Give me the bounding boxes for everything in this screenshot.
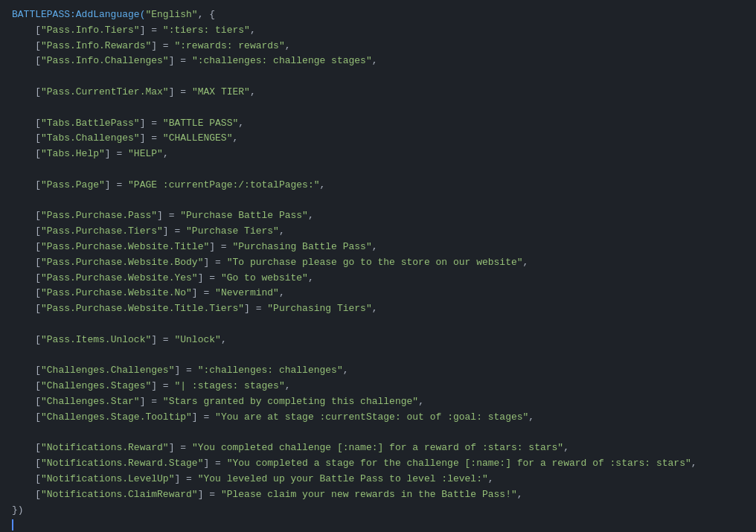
code-token: "Pass.Purchase.Pass" (41, 210, 157, 221)
code-token: "Pass.Purchase.Website.Title.Tiers" (41, 303, 244, 314)
code-token: [ (12, 241, 41, 252)
code-token: ] = (209, 241, 232, 252)
code-line: ["Challenges.Star"] = "Stars granted by … (0, 394, 756, 410)
code-token: ] = (169, 442, 192, 453)
code-line: ["Pass.CurrentTier.Max"] = "MAX TIER", (0, 85, 756, 100)
code-token: "Challenges.Challenges" (41, 365, 174, 376)
code-token: , (163, 148, 169, 159)
code-line: ["Challenges.Stages"] = "| :stages: stag… (0, 379, 756, 394)
code-token: "Notifications.Reward.Stage" (41, 458, 203, 469)
code-token: , (372, 55, 378, 66)
code-token: ":tiers: tiers" (163, 25, 250, 36)
code-token: [ (12, 86, 41, 97)
code-line: ["Notifications.Reward"] = "You complete… (0, 440, 756, 456)
code-token: [ (12, 148, 41, 159)
code-token: "Pass.Info.Rewards" (41, 40, 151, 51)
code-token: "Pass.Page" (41, 179, 105, 190)
code-token: "Challenges.Star" (41, 396, 140, 407)
code-token: "Purchase Battle Pass" (180, 210, 308, 221)
code-token: "You are at stage :currentStage: out of … (215, 411, 528, 423)
code-token: "MAX TIER" (192, 86, 250, 97)
code-token: , (488, 473, 494, 484)
code-token: "You completed a stage for the challenge… (227, 458, 691, 469)
code-token: "Tabs.Challenges" (41, 132, 140, 144)
code-token: [ (12, 334, 41, 345)
code-token: "Notifications.Reward" (41, 442, 169, 453)
code-line (0, 518, 756, 532)
code-token: "BATTLE PASS" (163, 118, 238, 129)
code-token: "Please claim your new rewards in the Ba… (221, 489, 517, 500)
code-line: ["Tabs.Challenges"] = "CHALLENGES", (0, 131, 756, 147)
code-line (0, 162, 756, 178)
code-token: [ (12, 303, 41, 314)
code-token: ] = (151, 380, 174, 391)
code-token: , (308, 272, 314, 283)
code-line: ["Pass.Purchase.Website.Title.Tiers"] = … (0, 301, 756, 317)
code-token: , (372, 241, 378, 252)
code-line: ["Pass.Items.Unlock"] = "Unlock", (0, 333, 756, 348)
code-token: ] = (105, 179, 128, 190)
code-line: ["Pass.Purchase.Website.Title"] = "Purch… (0, 240, 756, 255)
code-token: "Pass.Info.Tiers" (41, 25, 140, 36)
code-token: "You completed challenge [:name:] for a … (192, 442, 563, 453)
code-token: "To purchase please go to the store on o… (227, 257, 523, 268)
code-token: [ (12, 396, 41, 407)
code-line: ["Notifications.ClaimReward"] = "Please … (0, 487, 756, 503)
code-token: "Purchasing Battle Pass" (232, 241, 371, 252)
code-token: [ (12, 458, 41, 469)
code-token: , (418, 396, 424, 407)
code-token: , (517, 489, 523, 500)
code-token: "Pass.Purchase.Website.Body" (41, 257, 203, 268)
code-token: [ (12, 473, 41, 484)
code-token: , (343, 365, 349, 376)
code-token: ] = (174, 473, 197, 484)
code-token: "Purchase Tiers" (186, 225, 279, 237)
code-line: ["Pass.Purchase.Pass"] = "Purchase Battl… (0, 208, 756, 224)
code-line (0, 426, 756, 441)
code-line: ["Pass.Info.Challenges"] = ":challenges:… (0, 54, 756, 69)
code-line: ["Notifications.Reward.Stage"] = "You co… (0, 456, 756, 472)
code-token: [ (12, 55, 41, 66)
code-token: "Notifications.ClaimReward" (41, 489, 198, 500)
code-token: , (528, 411, 534, 423)
code-token: }) (12, 504, 24, 516)
code-token: ] = (198, 489, 221, 500)
code-token: [ (12, 489, 41, 500)
code-token: "PAGE :currentPage:/:totalPages:" (128, 179, 319, 190)
code-token: ":challenges: challenges" (198, 365, 343, 376)
code-token: ] = (174, 365, 197, 376)
code-token: "Tabs.BattlePass" (41, 118, 140, 129)
code-token: ] = (198, 272, 221, 283)
code-line: }) (0, 503, 756, 519)
code-token: [ (12, 411, 41, 423)
code-token: [ (12, 40, 41, 51)
code-token: , (691, 458, 697, 469)
code-line: BATTLEPASS:AddLanguage("English", { (0, 7, 756, 23)
code-line (0, 348, 756, 364)
code-token: [ (12, 179, 41, 190)
code-token: BATTLEPASS:AddLanguage( (12, 9, 145, 20)
code-token: [ (12, 287, 41, 298)
code-token: [ (12, 210, 41, 221)
code-token: "Challenges.Stage.Tooltip" (41, 411, 192, 423)
code-line: ["Pass.Purchase.Website.Yes"] = "Go to w… (0, 271, 756, 286)
code-line: ["Pass.Purchase.Tiers"] = "Purchase Tier… (0, 224, 756, 240)
code-token: "English" (145, 9, 197, 20)
code-token: "Stars granted by completing this challe… (163, 396, 418, 407)
code-token: , (285, 40, 291, 51)
code-line: ["Tabs.BattlePass"] = "BATTLE PASS", (0, 116, 756, 132)
code-token: "Pass.Purchase.Tiers" (41, 225, 163, 237)
code-token: ] = (192, 287, 215, 298)
code-token: ] = (169, 86, 192, 97)
code-token: , (563, 442, 569, 453)
code-token: "Pass.Items.Unlock" (41, 334, 151, 345)
code-token: "Pass.Purchase.Website.No" (41, 287, 192, 298)
code-line (0, 69, 756, 85)
code-token: ] = (203, 257, 226, 268)
text-cursor (12, 519, 13, 531)
code-token: "Pass.CurrentTier.Max" (41, 86, 169, 97)
code-token: , (232, 132, 238, 144)
code-token: [ (12, 25, 41, 36)
code-line: ["Pass.Purchase.Website.No"] = "Nevermin… (0, 286, 756, 301)
code-token: , (279, 287, 285, 298)
